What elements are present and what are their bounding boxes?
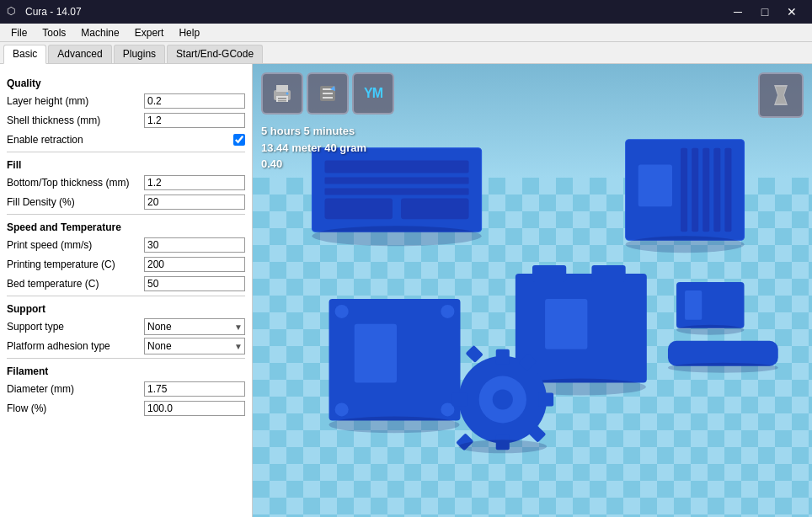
print-speed-input[interactable] [144, 237, 245, 253]
svg-rect-9 [323, 97, 333, 99]
info-value: 0.40 [261, 156, 366, 173]
svg-rect-8 [323, 93, 333, 94]
object-small-block [676, 282, 744, 335]
bed-temp-input[interactable] [144, 276, 245, 291]
svg-rect-23 [638, 165, 672, 207]
minimize-button[interactable]: ─ [724, 0, 751, 24]
fill-density-row: Fill Density (%) [7, 194, 245, 211]
menu-expert[interactable]: Expert [127, 24, 172, 41]
svg-point-32 [335, 305, 349, 318]
section-filament-header: Filament [7, 365, 245, 377]
flow-label: Flow (%) [7, 402, 144, 414]
menu-help[interactable]: Help [171, 24, 207, 41]
svg-rect-28 [724, 148, 731, 232]
svg-rect-45 [496, 349, 510, 365]
title-bar: ⬡ Cura - 14.07 ─ □ ✕ [0, 0, 812, 24]
enable-retraction-checkbox[interactable] [233, 134, 245, 146]
tab-bar: Basic Advanced Plugins Start/End-GCode [0, 42, 812, 64]
fill-density-label: Fill Density (%) [7, 196, 144, 208]
svg-rect-39 [532, 265, 566, 282]
svg-rect-16 [325, 178, 469, 184]
shell-thickness-input[interactable] [144, 113, 245, 128]
support-type-select[interactable]: None Touching buildplate Everywhere [144, 318, 245, 335]
tab-startend-gcode[interactable]: Start/End-GCode [167, 45, 263, 63]
svg-point-55 [668, 363, 778, 373]
object-plate-square [329, 299, 461, 433]
svg-rect-19 [401, 198, 468, 219]
print-speed-row: Print speed (mm/s) [7, 237, 245, 253]
object-rod [668, 341, 778, 373]
tab-advanced[interactable]: Advanced [48, 45, 111, 63]
bottom-top-thickness-label: Bottom/Top thickness (mm) [7, 177, 144, 189]
bed-temp-row: Bed temperature (C) [7, 275, 245, 292]
flow-input[interactable] [144, 401, 245, 416]
svg-rect-40 [591, 265, 625, 282]
viewport-info: 5 hours 5 minutes 13.44 meter 40 gram 0.… [261, 123, 366, 173]
menu-file[interactable]: File [3, 24, 35, 41]
svg-point-20 [312, 226, 481, 246]
bed-temp-label: Bed temperature (C) [7, 278, 144, 290]
section-fill-header: Fill [7, 159, 245, 171]
viewport-toolbar: YM [261, 72, 394, 115]
section-quality-header: Quality [7, 77, 245, 89]
svg-rect-1 [276, 85, 288, 92]
3d-viewport[interactable]: YM 5 hours 5 minutes 13.44 meter 40 gram… [253, 64, 812, 517]
svg-rect-38 [545, 299, 587, 349]
support-type-row: Support type None Touching buildplate Ev… [7, 318, 245, 335]
diameter-row: Diameter (mm) [7, 381, 245, 397]
print-toolbar-button[interactable] [261, 72, 303, 115]
print-speed-label: Print speed (mm/s) [7, 239, 144, 251]
menu-tools[interactable]: Tools [35, 24, 73, 41]
settings-panel: Quality Layer height (mm) Shell thicknes… [0, 64, 253, 517]
diameter-input[interactable] [144, 381, 245, 397]
info-material: 13.44 meter 40 gram [261, 140, 366, 157]
printing-temp-input[interactable] [144, 257, 245, 272]
svg-rect-27 [713, 148, 720, 232]
shell-thickness-row: Shell thickness (mm) [7, 112, 245, 129]
svg-rect-31 [355, 324, 397, 383]
svg-rect-18 [325, 198, 393, 219]
ym-toolbar-button[interactable]: YM [352, 72, 394, 115]
svg-point-53 [458, 440, 547, 453]
title-bar-title: Cura - 14.07 [25, 6, 82, 18]
platform-adhesion-label: Platform adhesion type [7, 340, 144, 352]
viewport-topright-area [758, 72, 804, 118]
layer-height-label: Layer height (mm) [7, 95, 144, 107]
close-button[interactable]: ✕ [778, 0, 805, 24]
svg-rect-17 [325, 188, 469, 195]
svg-rect-54 [668, 341, 778, 366]
shell-thickness-label: Shell thickness (mm) [7, 115, 144, 126]
menu-machine[interactable]: Machine [73, 24, 126, 41]
diameter-label: Diameter (mm) [7, 383, 144, 395]
bottom-top-thickness-input[interactable] [144, 175, 245, 190]
svg-rect-57 [685, 290, 702, 320]
main-layout: Quality Layer height (mm) Shell thicknes… [0, 64, 812, 517]
platform-adhesion-row: Platform adhesion type None Brim Raft ▼ [7, 338, 245, 354]
svg-point-5 [286, 93, 289, 95]
layer-height-input[interactable] [144, 93, 245, 109]
tab-plugins[interactable]: Plugins [114, 45, 165, 63]
section-support-header: Support [7, 303, 245, 315]
flow-row: Flow (%) [7, 400, 245, 417]
fill-density-input[interactable] [144, 195, 245, 210]
tab-basic[interactable]: Basic [3, 45, 46, 64]
svg-rect-3 [278, 98, 286, 99]
svg-rect-47 [451, 393, 467, 407]
printing-temp-row: Printing temperature (C) [7, 256, 245, 273]
svg-point-33 [441, 305, 454, 318]
svg-point-34 [335, 403, 349, 417]
svg-rect-25 [692, 148, 698, 232]
svg-rect-48 [538, 393, 553, 407]
svg-rect-50 [466, 345, 483, 363]
platform-adhesion-select[interactable]: None Brim Raft [144, 338, 245, 354]
svg-point-44 [493, 390, 513, 410]
svg-rect-4 [278, 100, 286, 102]
layer-toolbar-button[interactable] [307, 72, 349, 115]
rotate-view-button[interactable] [758, 72, 804, 118]
svg-point-36 [329, 416, 460, 433]
maximize-button[interactable]: □ [751, 0, 778, 24]
enable-retraction-row: Enable retraction [7, 131, 245, 148]
info-time: 5 hours 5 minutes [261, 123, 366, 140]
window-controls: ─ □ ✕ [724, 0, 805, 24]
svg-rect-26 [702, 148, 709, 232]
